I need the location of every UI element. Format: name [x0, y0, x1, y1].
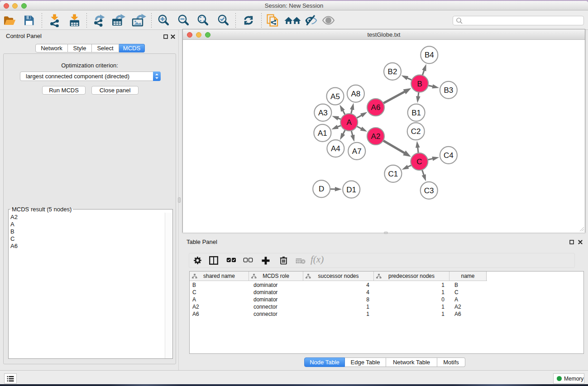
svg-text:A5: A5 — [330, 92, 340, 101]
svg-text:A4: A4 — [331, 144, 340, 153]
svg-text:B4: B4 — [425, 51, 434, 59]
svg-text:C1: C1 — [388, 170, 398, 178]
svg-text:A6: A6 — [371, 103, 381, 112]
svg-text:C: C — [416, 157, 422, 166]
svg-text:A2: A2 — [371, 132, 381, 141]
svg-text:B3: B3 — [444, 86, 454, 95]
svg-text:D: D — [319, 185, 324, 193]
svg-text:C4: C4 — [444, 151, 454, 160]
svg-text:C2: C2 — [411, 127, 421, 136]
svg-text:B2: B2 — [388, 67, 397, 76]
svg-text:A1: A1 — [318, 129, 327, 138]
svg-text:B1: B1 — [411, 109, 421, 117]
svg-text:D1: D1 — [346, 186, 356, 194]
svg-text:C3: C3 — [424, 186, 434, 195]
svg-text:A8: A8 — [351, 90, 361, 98]
svg-text:A7: A7 — [352, 147, 362, 156]
svg-text:A: A — [347, 118, 352, 127]
svg-text:A3: A3 — [318, 109, 328, 117]
svg-text:B: B — [417, 80, 422, 88]
